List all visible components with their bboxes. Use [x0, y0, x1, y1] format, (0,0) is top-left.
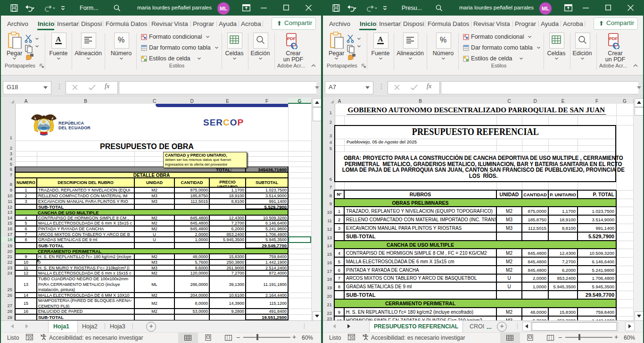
svg-text:A: A [56, 35, 61, 43]
svg-text:A: A [378, 35, 383, 43]
svg-text:PDF: PDF [609, 36, 618, 41]
svg-text:%: % [118, 36, 124, 44]
svg-text:%: % [440, 36, 446, 44]
svg-text:PDF: PDF [287, 36, 296, 41]
